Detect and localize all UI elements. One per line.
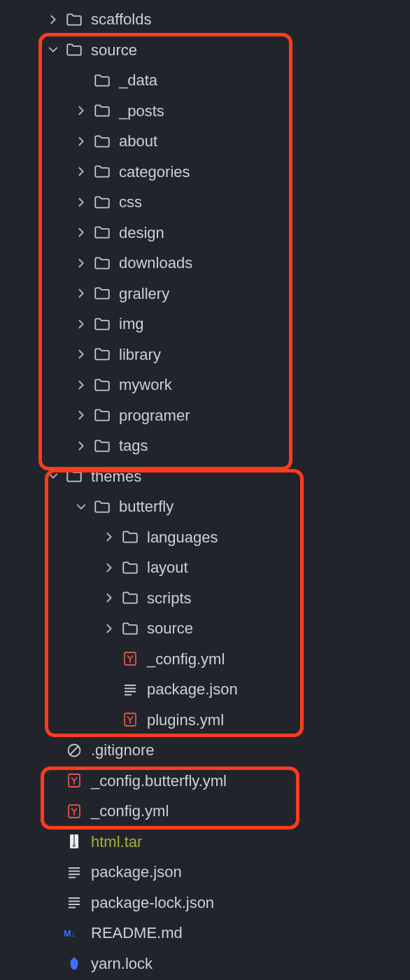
tree-row[interactable]: _config.yml (0, 796, 410, 827)
chevron-right-icon[interactable] (71, 410, 91, 420)
tree-item-label: .gitignore (91, 735, 155, 766)
tree-item-label: _data (119, 65, 157, 96)
yaml-file-icon (119, 650, 141, 667)
chevron-right-icon[interactable] (71, 258, 91, 268)
tree-row[interactable]: categories (0, 157, 410, 188)
tree-item-label: programer (119, 400, 190, 431)
tree-row[interactable]: grallery (0, 279, 410, 309)
folder-icon (91, 376, 113, 394)
tree-item-label: package-lock.json (91, 888, 214, 918)
tree-row[interactable]: html.tar (0, 827, 410, 858)
tree-row[interactable]: mywork (0, 370, 410, 400)
svg-rect-12 (73, 844, 76, 847)
tree-row[interactable]: source (0, 35, 410, 66)
chevron-down-icon[interactable] (71, 502, 91, 512)
chevron-right-icon[interactable] (99, 624, 119, 634)
tree-row[interactable]: plugins.yml (0, 705, 410, 736)
tree-item-label: downloads (119, 248, 192, 279)
tree-item-label: _posts (119, 96, 164, 127)
tree-row[interactable]: _data (0, 65, 410, 96)
tree-item-label: _config.yml (91, 796, 169, 827)
tree-row[interactable]: tags (0, 430, 410, 461)
folder-icon (119, 528, 141, 546)
tree-item-label: languages (147, 522, 218, 553)
tree-row[interactable]: butterfly (0, 491, 410, 522)
tree-item-label: _config.butterfly.yml (91, 766, 227, 797)
archive-file-icon (63, 833, 85, 850)
chevron-right-icon[interactable] (71, 197, 91, 207)
chevron-down-icon[interactable] (43, 471, 63, 481)
folder-icon (63, 10, 85, 29)
tree-row[interactable]: about (0, 126, 410, 157)
tree-row[interactable]: source (0, 613, 410, 644)
tree-item-label: mywork (119, 370, 172, 400)
tree-row[interactable]: themes (0, 461, 410, 492)
text-file-icon (63, 864, 85, 881)
chevron-right-icon[interactable] (99, 563, 119, 573)
chevron-right-icon[interactable] (71, 106, 91, 115)
chevron-right-icon[interactable] (71, 319, 91, 329)
folder-icon (91, 71, 113, 90)
folder-icon (63, 467, 85, 485)
tree-row[interactable]: .gitignore (0, 735, 410, 766)
chevron-right-icon[interactable] (71, 288, 91, 298)
folder-icon (91, 223, 113, 241)
tree-item-label: html.tar (91, 827, 142, 858)
chevron-right-icon[interactable] (43, 15, 63, 24)
tree-item-label: tags (119, 430, 148, 461)
file-tree: scaffoldssource_data_postsaboutcategorie… (0, 0, 410, 979)
tree-row[interactable]: yarn.lock (0, 948, 410, 979)
tree-row[interactable]: css (0, 187, 410, 218)
tree-row[interactable]: _posts (0, 96, 410, 127)
tree-row[interactable]: downloads (0, 248, 410, 279)
chevron-right-icon[interactable] (71, 167, 91, 176)
svg-rect-11 (73, 834, 75, 844)
tree-row[interactable]: img (0, 309, 410, 340)
tree-item-label: css (119, 187, 142, 218)
tree-item-label: README.md (91, 918, 183, 948)
yaml-file-icon (63, 772, 85, 789)
tree-row[interactable]: languages (0, 522, 410, 553)
tree-row[interactable]: _config.yml (0, 644, 410, 675)
tree-row[interactable]: package-lock.json (0, 888, 410, 918)
tree-row[interactable]: package.json (0, 857, 410, 888)
tree-row[interactable]: programer (0, 400, 410, 431)
tree-item-label: package.json (147, 674, 238, 705)
yaml-file-icon (119, 711, 141, 728)
chevron-right-icon[interactable] (71, 380, 91, 390)
tree-item-label: butterfly (119, 491, 174, 522)
chevron-right-icon[interactable] (99, 593, 119, 603)
chevron-right-icon[interactable] (71, 441, 91, 451)
tree-row[interactable]: scaffolds (0, 4, 410, 35)
svg-text:M↓: M↓ (64, 927, 76, 938)
tree-row[interactable]: design (0, 218, 410, 248)
chevron-right-icon[interactable] (71, 227, 91, 237)
tree-row[interactable]: layout (0, 552, 410, 583)
tree-row[interactable]: scripts (0, 583, 410, 614)
folder-icon (91, 406, 113, 424)
tree-item-label: categories (119, 157, 190, 188)
folder-icon (91, 498, 113, 516)
folder-icon (91, 193, 113, 211)
tree-item-label: themes (91, 461, 141, 492)
tree-item-label: layout (147, 552, 188, 583)
text-file-icon (119, 681, 141, 698)
yarn-lock-icon (63, 955, 85, 972)
folder-icon (91, 132, 113, 150)
tree-row[interactable]: package.json (0, 674, 410, 705)
tree-item-label: plugins.yml (147, 705, 224, 736)
tree-item-label: scaffolds (91, 4, 151, 35)
chevron-right-icon[interactable] (71, 136, 91, 146)
chevron-down-icon[interactable] (43, 45, 63, 55)
tree-row[interactable]: library (0, 340, 410, 370)
chevron-right-icon[interactable] (71, 349, 91, 359)
folder-icon (91, 437, 113, 455)
folder-icon (91, 102, 113, 120)
folder-icon (91, 162, 113, 181)
tree-row[interactable]: M↓README.md (0, 918, 410, 948)
gitignore-icon (63, 742, 85, 759)
tree-row[interactable]: _config.butterfly.yml (0, 766, 410, 797)
folder-icon (91, 254, 113, 272)
folder-icon (119, 620, 141, 638)
chevron-right-icon[interactable] (99, 532, 119, 542)
